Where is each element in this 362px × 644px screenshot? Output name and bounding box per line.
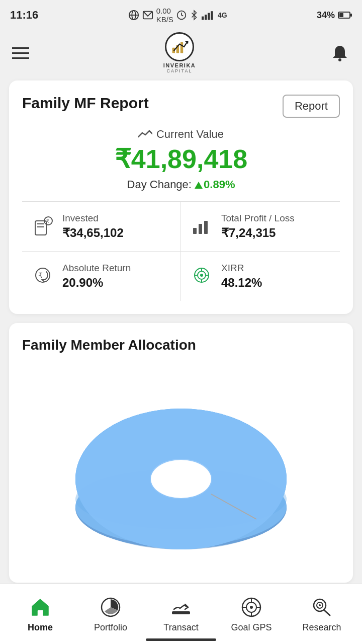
mf-report-card: Family MF Report Report Current Value ₹4… [9, 80, 353, 314]
nav-goal-gps-label: Goal GPS [231, 622, 272, 633]
stat-return: ₹ Absolute Return 20.90% [22, 252, 181, 301]
bottom-nav: Home Portfolio Transact [0, 584, 362, 644]
mail-icon [142, 10, 153, 21]
svg-text:₹: ₹ [38, 271, 43, 279]
svg-rect-45 [38, 610, 43, 615]
allocation-title: Family Member Allocation [22, 337, 340, 353]
battery-icon [338, 11, 352, 19]
svg-rect-5 [202, 17, 204, 20]
mf-report-title: Family MF Report [22, 95, 149, 112]
day-change-value: 0.89% [195, 178, 235, 191]
network-icon [128, 10, 139, 21]
svg-text:₹: ₹ [46, 219, 49, 224]
current-value-amount: ₹41,89,418 [22, 144, 340, 174]
main-content: Family MF Report Report Current Value ₹4… [0, 75, 362, 588]
time-display: 11:16 [10, 9, 38, 22]
svg-rect-47 [172, 611, 190, 614]
svg-rect-22 [199, 224, 202, 234]
svg-point-43 [151, 460, 211, 498]
profit-icon [189, 213, 214, 238]
xirr-value: 48.12% [221, 276, 262, 290]
nav-transact[interactable]: Transact [146, 595, 216, 633]
battery-section: 34% [317, 10, 352, 21]
goal-gps-icon [239, 595, 263, 619]
app-header: INVERIKA CAPITAL [0, 30, 362, 75]
nav-research[interactable]: Research [287, 595, 357, 633]
clock-icon [176, 10, 187, 20]
svg-rect-11 [350, 14, 352, 17]
stat-xirr: XIRR 48.12% [181, 252, 340, 301]
nav-home-label: Home [28, 622, 53, 633]
stat-invested: ₹ Invested ₹34,65,102 [22, 202, 181, 252]
transact-icon [169, 595, 193, 619]
nav-goal-gps[interactable]: Goal GPS [216, 595, 287, 633]
invested-value: ₹34,65,102 [62, 226, 124, 240]
status-icons: 0.00KB/S 4G [128, 7, 227, 24]
signal-icon [202, 10, 215, 20]
svg-line-58 [324, 610, 330, 615]
svg-rect-14 [180, 42, 183, 53]
svg-rect-8 [211, 11, 213, 20]
logo-sub: CAPITAL [167, 68, 193, 73]
svg-point-15 [338, 58, 341, 61]
donut-svg [40, 373, 322, 565]
home-icon [28, 595, 52, 619]
nav-portfolio[interactable]: Portfolio [75, 595, 146, 633]
svg-rect-10 [339, 13, 343, 17]
svg-rect-6 [205, 15, 207, 20]
nav-transact-label: Transact [163, 622, 198, 633]
return-label: Absolute Return [62, 263, 131, 274]
donut-chart [22, 363, 340, 570]
research-icon [310, 595, 334, 619]
status-bar: 11:16 0.00KB/S 4G 34% [0, 0, 362, 30]
trend-icon [138, 130, 152, 139]
svg-rect-23 [204, 221, 208, 234]
stat-profit: Total Profit / Loss ₹7,24,315 [181, 202, 340, 252]
nav-home[interactable]: Home [5, 595, 75, 633]
nav-portfolio-label: Portfolio [94, 622, 127, 633]
profit-value: ₹7,24,315 [221, 226, 295, 240]
bluetooth-icon [190, 10, 199, 21]
battery-percent: 34% [317, 10, 335, 21]
logo: INVERIKA CAPITAL [163, 32, 196, 73]
nav-research-label: Research [302, 622, 341, 633]
svg-point-57 [319, 604, 321, 606]
svg-point-32 [200, 274, 203, 277]
xirr-label: XIRR [221, 263, 262, 274]
day-change: Day Change: 0.89% [22, 178, 340, 191]
logo-icon [170, 38, 189, 56]
portfolio-icon [99, 595, 123, 619]
xirr-icon [189, 263, 214, 288]
network-type: 4G [218, 11, 227, 19]
home-indicator [146, 638, 216, 641]
menu-button[interactable] [12, 47, 29, 59]
notification-button[interactable] [330, 43, 350, 63]
svg-point-50 [250, 606, 253, 609]
report-button[interactable]: Report [283, 95, 340, 118]
return-value: 20.90% [62, 276, 131, 290]
stats-grid: ₹ Invested ₹34,65,102 T [22, 201, 340, 301]
profit-label: Total Profit / Loss [221, 213, 295, 224]
allocation-card: Family Member Allocation [9, 323, 353, 583]
return-icon: ₹ [30, 263, 55, 288]
data-speed: 0.00KB/S [156, 7, 173, 24]
svg-rect-21 [193, 228, 197, 234]
current-value-label: Current Value [22, 128, 340, 141]
invested-icon: ₹ [30, 213, 55, 238]
svg-rect-7 [208, 13, 210, 20]
invested-label: Invested [62, 213, 124, 224]
logo-name: INVERIKA [163, 62, 196, 68]
